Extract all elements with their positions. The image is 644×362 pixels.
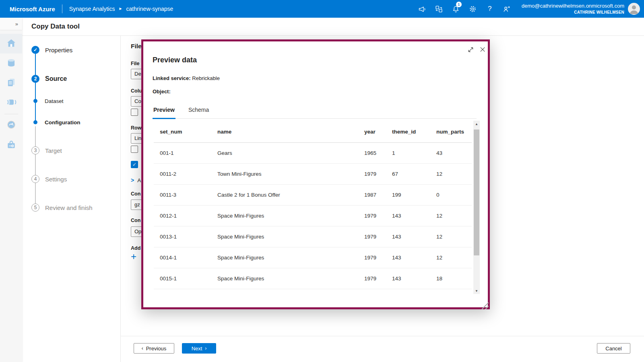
- step-target[interactable]: 3 Target: [31, 146, 62, 154]
- cancel-button[interactable]: Cancel: [597, 343, 630, 354]
- step-label: Settings: [45, 176, 67, 183]
- account-info[interactable]: demo@cathrinewilhelmsen.onmicrosoft.com …: [522, 3, 624, 15]
- cell-year: 1979: [358, 234, 386, 240]
- step-dot: [33, 99, 37, 103]
- checkmark-icon: ✓: [132, 162, 136, 167]
- table-row: 0011-3Castle 2 for 1 Bonus Offer19871990: [154, 185, 472, 206]
- first-row-header-checkbox[interactable]: ✓: [131, 161, 138, 168]
- avatar[interactable]: [628, 3, 640, 15]
- step-label: Review and finish: [45, 204, 93, 211]
- cell-set_num: 0011-3: [154, 192, 211, 198]
- sidebar-item-monitor[interactable]: [0, 115, 22, 135]
- step-connector-upcoming: [35, 126, 36, 204]
- cell-set_num: 0015-1: [154, 276, 211, 282]
- expand-icon: [467, 46, 474, 55]
- step-review[interactable]: 5 Review and finish: [31, 204, 93, 212]
- chevron-right-icon: >: [131, 177, 134, 183]
- column-delimiter-checkbox[interactable]: [131, 109, 138, 116]
- row-delimiter-label: Row: [131, 125, 141, 131]
- cell-theme_id: 143: [386, 276, 430, 282]
- sidebar-item-manage[interactable]: [0, 135, 22, 155]
- table-scrollbar[interactable]: ▲ ▼: [473, 121, 480, 294]
- row-delimiter-checkbox[interactable]: [131, 146, 138, 153]
- cancel-label: Cancel: [605, 346, 621, 352]
- help-button[interactable]: ?: [481, 0, 498, 18]
- table-row: 0014-1Space Mini-Figures197914312: [154, 247, 472, 268]
- megaphone-icon: [418, 5, 426, 13]
- linked-service-label: Linked service:: [153, 75, 191, 81]
- preview-table-header: set_numnameyeartheme_idnum_parts: [154, 121, 472, 143]
- cell-year: 1979: [358, 255, 386, 261]
- page-header: Copy Data tool: [22, 18, 644, 36]
- file-format-label: File: [131, 61, 140, 66]
- settings-button[interactable]: [464, 0, 481, 18]
- breadcrumb-product[interactable]: Synapse Analytics: [69, 6, 115, 12]
- chevron-left-icon: ‹: [142, 346, 143, 351]
- breadcrumb: Synapse Analytics ▶ cathrinew-synapse: [69, 6, 173, 12]
- previous-button[interactable]: ‹ Previous: [134, 343, 174, 354]
- step-number-circle: 3: [31, 146, 39, 154]
- scroll-up-button[interactable]: ▲: [473, 121, 480, 127]
- notifications-button[interactable]: 1: [448, 0, 464, 18]
- sidebar-item-integrate[interactable]: [0, 93, 22, 113]
- next-button[interactable]: Next ›: [182, 343, 216, 354]
- cell-theme_id: 143: [386, 255, 430, 261]
- cell-num_parts: 12: [430, 234, 472, 240]
- step-properties[interactable]: ✓ Properties: [31, 46, 72, 54]
- expand-dialog-button[interactable]: [466, 46, 475, 54]
- resize-grip[interactable]: [482, 302, 489, 309]
- cell-theme_id: 199: [386, 192, 430, 198]
- step-label: Source: [45, 75, 67, 82]
- table-row: 001-1Gears1965143: [154, 143, 472, 164]
- step-settings[interactable]: 4 Settings: [31, 175, 67, 183]
- step-label: Configuration: [45, 119, 80, 125]
- step-number-circle: 2: [31, 75, 39, 83]
- cell-theme_id: 1: [386, 150, 430, 156]
- step-dot: [33, 120, 37, 124]
- close-dialog-button[interactable]: [479, 46, 487, 54]
- notification-badge: 1: [456, 2, 462, 7]
- add-plus-icon[interactable]: +: [131, 253, 136, 261]
- table-row: 0012-1Space Mini-Figures197914312: [154, 206, 472, 226]
- preview-schema-tabs: Preview Schema: [153, 105, 477, 119]
- advanced-toggle[interactable]: >A: [131, 177, 141, 184]
- breadcrumb-workspace[interactable]: cathrinew-synapse: [126, 6, 173, 12]
- sidebar-item-develop[interactable]: [0, 73, 22, 93]
- tab-schema[interactable]: Schema: [188, 105, 210, 118]
- close-icon: [479, 46, 486, 54]
- pipeline-icon: [6, 97, 17, 109]
- previous-label: Previous: [146, 346, 167, 352]
- cell-num_parts: 18: [430, 276, 472, 282]
- cell-name: Gears: [211, 150, 358, 156]
- breadcrumb-arrow-icon: ▶: [119, 7, 122, 10]
- step-number-circle: 4: [31, 175, 39, 183]
- step-configuration[interactable]: Configuration: [33, 120, 80, 125]
- tab-preview[interactable]: Preview: [153, 105, 175, 118]
- wizard-step-nav: ✓ Properties 2 Source Dataset Configurat…: [22, 36, 121, 362]
- cell-num_parts: 12: [430, 171, 472, 177]
- scrollbar-thumb[interactable]: [474, 130, 479, 255]
- step-source[interactable]: 2 Source: [31, 75, 67, 83]
- table-row: 0013-1Space Mini-Figures197914312: [154, 226, 472, 247]
- sidebar-expand-button[interactable]: »: [0, 18, 22, 30]
- sidebar-item-data[interactable]: [0, 53, 22, 73]
- column-header-set_num: set_num: [154, 129, 211, 135]
- step-dataset[interactable]: Dataset: [33, 99, 64, 103]
- cell-set_num: 0013-1: [154, 234, 211, 240]
- next-label: Next: [192, 346, 202, 352]
- preview-table: set_numnameyeartheme_idnum_parts 001-1Ge…: [154, 121, 472, 289]
- azure-brand[interactable]: Microsoft Azure: [10, 6, 55, 12]
- cell-year: 1979: [358, 276, 386, 282]
- switch-directory-button[interactable]: [431, 0, 448, 18]
- sidebar-item-home[interactable]: [0, 34, 22, 53]
- sidebar-divider: [4, 114, 18, 114]
- preview-data-modal: Preview data Linked service: Rebrickable…: [141, 39, 490, 309]
- announcements-button[interactable]: [414, 0, 431, 18]
- column-delimiter-label: Colu: [131, 88, 142, 94]
- cell-num_parts: 0: [430, 192, 472, 198]
- cell-theme_id: 143: [386, 234, 430, 240]
- scroll-down-button[interactable]: ▼: [473, 288, 480, 294]
- switch-directory-icon: [435, 5, 443, 13]
- feedback-button[interactable]: [498, 0, 515, 18]
- page-title: Copy Data tool: [31, 23, 80, 31]
